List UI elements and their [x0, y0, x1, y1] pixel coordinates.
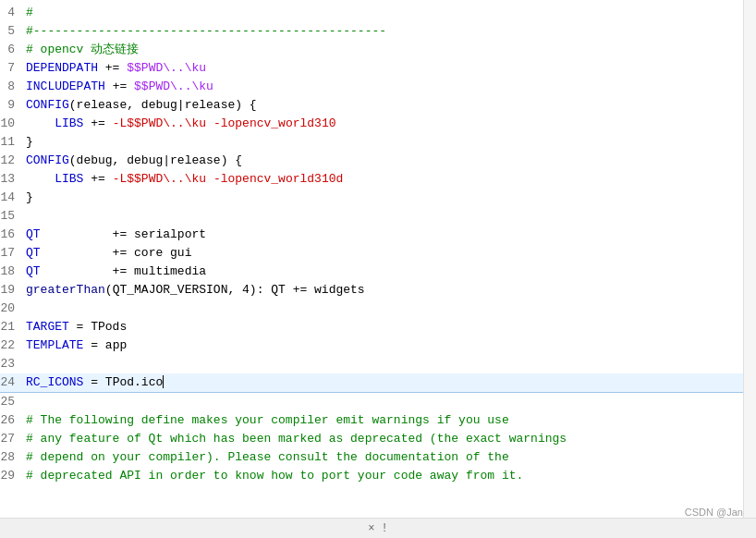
code-line: 6# opencv 动态链接	[0, 41, 756, 59]
code-line: 11}	[0, 133, 756, 152]
line-content: TEMPLATE = app	[26, 336, 752, 355]
code-line: 23	[0, 355, 756, 373]
code-line: 27# any feature of Qt which has been mar…	[0, 430, 756, 448]
line-number: 4	[0, 4, 26, 22]
line-number: 24	[0, 373, 26, 392]
line-number: 7	[0, 59, 26, 78]
line-content: # opencv 动态链接	[26, 41, 752, 59]
line-number: 22	[0, 336, 26, 355]
line-number: 10	[0, 115, 26, 133]
line-content: INCLUDEPATH += $$PWD\..\ku	[26, 78, 752, 96]
code-line: 10 LIBS += -L$$PWD\..\ku -lopencv_world3…	[0, 115, 756, 133]
code-line: 4#	[0, 4, 756, 22]
line-content: CONFIG(release, debug|release) {	[26, 96, 752, 115]
line-content: DEPENDPATH += $$PWD\..\ku	[26, 59, 752, 78]
line-number: 12	[0, 152, 26, 170]
code-line: 25	[0, 393, 756, 411]
code-line: 18QT += multimedia	[0, 263, 756, 281]
line-content: # The following define makes your compil…	[26, 411, 752, 430]
code-line: 28# depend on your compiler). Please con…	[0, 448, 756, 467]
line-number: 27	[0, 430, 26, 448]
scrollbar[interactable]	[743, 0, 756, 518]
line-number: 25	[0, 393, 26, 411]
line-number: 28	[0, 448, 26, 467]
line-number: 14	[0, 189, 26, 207]
line-number: 5	[0, 22, 26, 41]
line-number: 17	[0, 244, 26, 263]
line-content: # any feature of Qt which has been marke…	[26, 430, 752, 448]
code-line: 22TEMPLATE = app	[0, 336, 756, 355]
bottom-bar: × !	[0, 518, 756, 538]
text-cursor	[163, 375, 164, 388]
line-number: 29	[0, 467, 26, 485]
line-number: 19	[0, 281, 26, 300]
line-content: #---------------------------------------…	[26, 22, 752, 41]
line-number: 11	[0, 133, 26, 152]
code-line: 20	[0, 300, 756, 318]
line-number: 15	[0, 207, 26, 226]
line-content: # depend on your compiler). Please consu…	[26, 448, 752, 467]
line-content: QT += core gui	[26, 244, 752, 263]
code-line: 14}	[0, 189, 756, 207]
line-number: 13	[0, 170, 26, 189]
code-area: 4#5#------------------------------------…	[0, 0, 756, 489]
code-line: 26# The following define makes your comp…	[0, 411, 756, 430]
watermark: CSDN @Jan_	[685, 507, 749, 518]
line-content: #	[26, 4, 752, 22]
line-content: CONFIG(debug, debug|release) {	[26, 152, 752, 170]
code-line: 19greaterThan(QT_MAJOR_VERSION, 4): QT +…	[0, 281, 756, 300]
line-content: greaterThan(QT_MAJOR_VERSION, 4): QT += …	[26, 281, 752, 300]
line-number: 21	[0, 318, 26, 336]
code-line: 9CONFIG(release, debug|release) {	[0, 96, 756, 115]
line-number: 6	[0, 41, 26, 59]
line-number: 23	[0, 355, 26, 373]
code-line: 12CONFIG(debug, debug|release) {	[0, 152, 756, 170]
line-number: 18	[0, 263, 26, 281]
code-line: 8INCLUDEPATH += $$PWD\..\ku	[0, 78, 756, 96]
code-line: 24RC_ICONS = TPod.ico	[0, 373, 756, 393]
line-content: QT += serialport	[26, 226, 752, 244]
editor-container: 4#5#------------------------------------…	[0, 0, 756, 538]
code-line: 7DEPENDPATH += $$PWD\..\ku	[0, 59, 756, 78]
line-number: 9	[0, 96, 26, 115]
code-line: 21TARGET = TPods	[0, 318, 756, 336]
line-content: }	[26, 133, 752, 152]
line-content: TARGET = TPods	[26, 318, 752, 336]
code-line: 13 LIBS += -L$$PWD\..\ku -lopencv_world3…	[0, 170, 756, 189]
line-content: RC_ICONS = TPod.ico	[26, 373, 752, 392]
line-number: 20	[0, 300, 26, 318]
line-content: # deprecated API in order to know how to…	[26, 467, 752, 485]
line-number: 26	[0, 411, 26, 430]
line-number: 16	[0, 226, 26, 244]
code-line: 5#--------------------------------------…	[0, 22, 756, 41]
line-content: }	[26, 189, 752, 207]
code-line: 17QT += core gui	[0, 244, 756, 263]
bottom-text: × !	[368, 522, 388, 535]
code-line: 16QT += serialport	[0, 226, 756, 244]
line-content: LIBS += -L$$PWD\..\ku -lopencv_world310	[26, 115, 752, 133]
line-content: QT += multimedia	[26, 263, 752, 281]
line-number: 8	[0, 78, 26, 96]
line-content: LIBS += -L$$PWD\..\ku -lopencv_world310d	[26, 170, 752, 189]
code-line: 29# deprecated API in order to know how …	[0, 467, 756, 485]
code-line: 15	[0, 207, 756, 226]
